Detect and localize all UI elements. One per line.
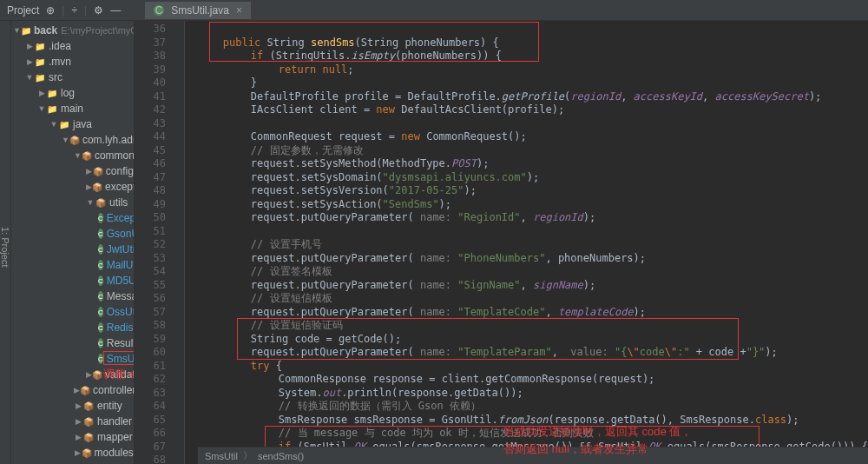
close-icon[interactable]: × [236,4,242,17]
annotation-r2b: 否则返回 null，或者发生异常 [503,441,648,457]
code-editor[interactable]: 3637383940414243444546474849505152535455… [135,21,868,464]
project-tree[interactable]: ▼📁backE:\myProject\myGit\admin-vue-tem ▶… [11,21,135,464]
editor-tab[interactable]: C SmsUtil.java × [145,2,251,19]
annotation-r1b: 当成功发送短信时，返回其 code 值， [503,424,692,440]
collapse-icon[interactable]: ÷ [71,4,77,17]
project-label[interactable]: Project [7,4,39,17]
class-icon: C [154,5,164,16]
left-gutter-bar[interactable]: 1: Project [0,21,11,464]
fold-column[interactable] [173,21,185,464]
line-gutter: 3637383940414243444546474849505152535455… [135,21,173,464]
target-icon[interactable]: ⊕ [46,4,55,17]
hide-icon[interactable]: — [110,4,121,17]
annotation-left: 调整 sms 工具类 [103,367,135,382]
gear-icon[interactable]: ⚙ [94,4,103,17]
code-area[interactable]: public String sendSms(String phoneNumber… [185,21,868,464]
top-toolbar: Project ⊕ | ÷ | ⚙ — C SmsUtil.java × [0,0,868,21]
